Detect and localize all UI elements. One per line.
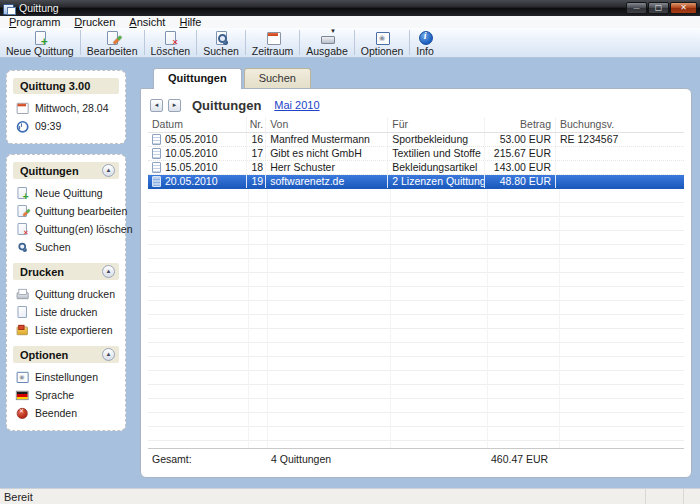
cell-nr: 19: [247, 175, 266, 188]
table-row[interactable]: 10.05.201017Gibt es nicht GmbHTextilien …: [148, 147, 684, 161]
clock-icon: [15, 119, 29, 133]
toolbar-button-suchen[interactable]: Suchen: [197, 28, 245, 57]
sidebar-item-liste-drucken[interactable]: Liste drucken: [13, 303, 119, 321]
cell-fuer: 2 Lizenzen Quittung: [388, 175, 484, 188]
close-button[interactable]: [670, 2, 697, 14]
cell-text: 18: [251, 161, 263, 174]
sidebar-item-label: Einstellungen: [35, 371, 98, 383]
receipt-count: 4 Quittungen: [267, 453, 390, 465]
menu-item-programm[interactable]: Programm: [2, 16, 67, 28]
toolbar-button-bearbeiten[interactable]: Bearbeiten: [81, 28, 144, 57]
toolbar-button-neue-quittung[interactable]: Neue Quittung: [0, 28, 80, 57]
sidebar-section-quittungen: QuittungenNeue QuittungQuittung bearbeit…: [13, 162, 119, 256]
period-link[interactable]: Mai 2010: [274, 99, 319, 111]
current-time: 09:39: [13, 117, 119, 135]
sidebar-item-beenden[interactable]: Beenden: [13, 404, 119, 422]
info-box: Quittung 3.00 Mittwoch, 28.04 09:39: [6, 70, 126, 144]
toolbar-button-info[interactable]: Info: [410, 28, 440, 57]
status-pane-divider: [683, 489, 700, 504]
cell-fuer: Bekleidungsartikel: [388, 161, 484, 174]
cell-buchungsv: [556, 147, 684, 160]
cell-fuer: Sportbekleidung: [388, 133, 484, 146]
section-title: Optionen: [20, 349, 68, 361]
cell-text: Manfred Mustermann: [270, 133, 370, 146]
menu-item-hilfe[interactable]: Hilfe: [172, 16, 208, 28]
sidebar-item-quittung-bearbeiten[interactable]: Quittung bearbeiten: [13, 202, 119, 220]
sidebar-item-suchen[interactable]: Suchen: [13, 238, 119, 256]
receipt-icon: [152, 162, 161, 173]
cell-nr: 18: [247, 161, 266, 174]
table-row[interactable]: 15.05.201018Herr SchusterBekleidungsarti…: [148, 161, 684, 175]
cell-text: softwarenetz.de: [270, 175, 344, 188]
sidebar-item-label: Liste drucken: [35, 306, 97, 318]
sidebar-section-drucken: DruckenQuittung druckenListe druckenList…: [13, 263, 119, 339]
cell-text: Herr Schuster: [270, 161, 335, 174]
sidebar-item-einstellungen[interactable]: Einstellungen: [13, 368, 119, 386]
time-label: 09:39: [35, 120, 61, 132]
toolbar-button-zeitraum[interactable]: Zeitraum: [246, 28, 299, 57]
column-header-f-r[interactable]: Für: [388, 117, 484, 132]
cell-text: 15.05.2010: [165, 161, 218, 174]
sidebar-item-liste-exportieren[interactable]: Liste exportieren: [13, 321, 119, 339]
receipt-icon: [152, 134, 161, 145]
total-amount: 460.47 EUR: [487, 453, 559, 465]
sidebar-item-label: Beenden: [35, 407, 77, 419]
minimize-button[interactable]: [626, 2, 647, 14]
printer-arrow-icon: [319, 30, 335, 46]
app-icon: [3, 3, 15, 14]
cell-text: RE 1234567: [560, 133, 618, 146]
collapse-section-button[interactable]: [102, 164, 115, 177]
section-header-quittungen: Quittungen: [13, 162, 119, 179]
cell-text: 17: [251, 147, 263, 160]
page-icon: [15, 305, 29, 319]
total-label: Gesamt:: [148, 453, 267, 465]
cell-von: Gibt es nicht GmbH: [266, 147, 388, 160]
receipt-icon: [152, 176, 161, 187]
sidebar-item-label: Quittung drucken: [35, 288, 115, 300]
toolbar-button-optionen[interactable]: Optionen: [355, 28, 410, 57]
sidebar-item-label: Sprache: [35, 389, 74, 401]
cell-betrag: 53.00 EUR: [485, 133, 556, 146]
tab-suchen[interactable]: Suchen: [244, 68, 311, 88]
cell-von: Manfred Mustermann: [266, 133, 388, 146]
collapse-section-button[interactable]: [102, 348, 115, 361]
cell-text: 19: [251, 175, 263, 188]
sidebar-item-neue-quittung[interactable]: Neue Quittung: [13, 184, 119, 202]
cell-text: 48.80 EUR: [500, 175, 551, 188]
app-window: Quittung ProgrammDruckenAnsichtHilfe Neu…: [0, 0, 700, 504]
column-header-datum[interactable]: Datum: [148, 117, 247, 132]
table-row[interactable]: 05.05.201016Manfred MustermannSportbekle…: [148, 133, 684, 147]
menu-item-ansicht[interactable]: Ansicht: [122, 16, 172, 28]
column-header-betrag[interactable]: Betrag: [485, 117, 556, 132]
window-controls: [625, 2, 697, 14]
previous-month-button[interactable]: [150, 99, 163, 112]
app-version-label: Quittung 3.00: [20, 80, 90, 92]
calendar-icon: [15, 101, 29, 115]
tab-quittungen[interactable]: Quittungen: [153, 68, 242, 89]
toolbar-button-ausgabe[interactable]: Ausgabe: [300, 28, 353, 57]
sidebar-item-sprache[interactable]: Sprache: [13, 386, 119, 404]
toolbar-button-label: Bearbeiten: [81, 46, 144, 57]
toolbar-button-l-schen[interactable]: Löschen: [145, 28, 197, 57]
section-title: Drucken: [20, 266, 64, 278]
table-row[interactable]: 20.05.201019softwarenetz.de2 Lizenzen Qu…: [148, 175, 684, 189]
cell-text: 20.05.2010: [165, 175, 218, 188]
cell-betrag: 143.00 EUR: [485, 161, 556, 174]
menu-bar: ProgrammDruckenAnsichtHilfe: [0, 16, 700, 28]
next-month-button[interactable]: [168, 99, 181, 112]
sidebar-item-label: Suchen: [35, 241, 71, 253]
column-header-buchungsv[interactable]: Buchungsv.: [556, 117, 684, 132]
cell-text: Gibt es nicht GmbH: [270, 147, 362, 160]
flag-de-icon: [15, 388, 29, 402]
toolbar-button-label: Info: [410, 46, 440, 57]
menu-item-drucken[interactable]: Drucken: [67, 16, 122, 28]
sidebar-item-label: Neue Quittung: [35, 187, 103, 199]
sidebar-item-quittung-drucken[interactable]: Quittung drucken: [13, 285, 119, 303]
collapse-section-button[interactable]: [102, 265, 115, 278]
column-header-nr[interactable]: Nr.: [247, 117, 266, 132]
sidebar-item-label: Liste exportieren: [35, 324, 113, 336]
column-header-von[interactable]: Von: [266, 117, 388, 132]
maximize-button[interactable]: [648, 2, 669, 14]
cell-text: 10.05.2010: [165, 147, 218, 160]
sidebar-item-quittung-en-l-schen[interactable]: Quittung(en) löschen: [13, 220, 119, 238]
